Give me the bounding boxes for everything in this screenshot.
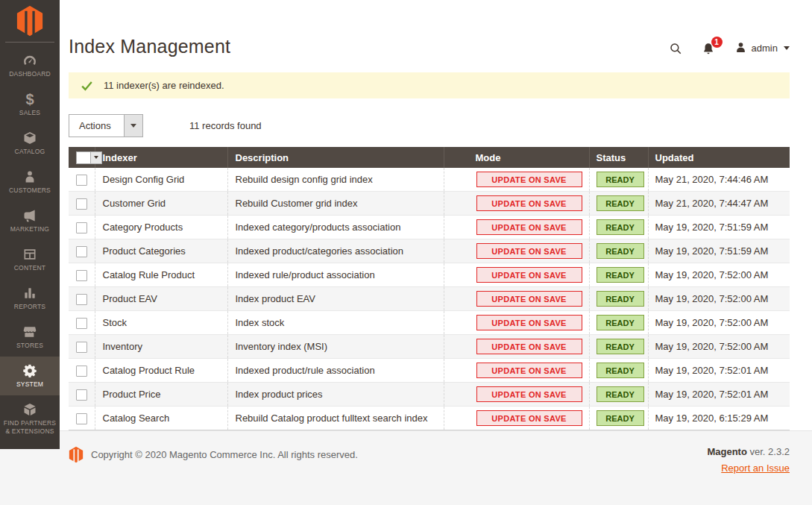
description-cell: Indexed category/products association <box>227 216 444 239</box>
sidebar-item-marketing[interactable]: MARKETING <box>0 201 60 240</box>
sidebar-item-stores[interactable]: STORES <box>0 318 60 357</box>
copyright-text: Copyright © 2020 Magento Commerce Inc. A… <box>91 449 358 460</box>
status-cell: READY <box>589 359 648 383</box>
updated-cell: May 21, 2020, 7:44:46 AM <box>648 168 790 192</box>
indexer-cell: Product Categories <box>95 239 227 263</box>
status-cell: READY <box>589 263 648 287</box>
search-icon[interactable] <box>669 42 682 55</box>
user-icon <box>734 41 747 56</box>
mode-cell: UPDATE ON SAVE <box>444 335 589 359</box>
customers-icon <box>1 169 58 185</box>
row-checkbox[interactable] <box>76 294 87 305</box>
indexer-cell: Inventory <box>95 335 227 359</box>
status-badge: READY <box>597 363 644 378</box>
sidebar-item-label: SALES <box>1 109 58 117</box>
table-row: Product EAVIndex product EAVUPDATE ON SA… <box>69 287 790 311</box>
stores-icon <box>1 324 58 340</box>
column-header-indexer[interactable]: Indexer <box>95 147 227 168</box>
magento-logo[interactable] <box>16 5 44 37</box>
mode-badge: UPDATE ON SAVE <box>476 219 582 235</box>
table-row: Catalog SearchRebuild Catalog product fu… <box>69 407 790 430</box>
description-cell: Index product EAV <box>227 287 444 311</box>
row-checkbox[interactable] <box>76 270 87 281</box>
updated-cell: May 19, 2020, 7:52:01 AM <box>648 383 790 407</box>
column-header-description[interactable]: Description <box>227 147 444 168</box>
column-header-updated[interactable]: Updated <box>648 147 790 168</box>
checkbox-cell <box>69 383 95 407</box>
sidebar-item-catalog[interactable]: CATALOG <box>0 124 60 163</box>
admin-user-menu[interactable]: admin <box>734 41 790 56</box>
marketing-icon <box>1 207 58 224</box>
sidebar-item-customers[interactable]: CUSTOMERS <box>0 163 60 201</box>
mode-badge: UPDATE ON SAVE <box>476 291 582 307</box>
status-cell: READY <box>589 287 648 311</box>
indexer-cell: Stock <box>95 311 227 335</box>
sidebar-item-sales[interactable]: $SALES <box>0 85 60 124</box>
footer-right: Magento ver. 2.3.2 Report an Issue <box>707 446 790 474</box>
table-row: Catalog Product RuleIndexed product/rule… <box>69 359 790 383</box>
checkbox-cell <box>69 216 95 239</box>
sidebar-item-label: REPORTS <box>1 303 58 311</box>
table-row: StockIndex stockUPDATE ON SAVEREADYMay 1… <box>69 311 790 335</box>
row-checkbox[interactable] <box>76 413 87 424</box>
row-checkbox[interactable] <box>76 222 87 233</box>
actions-dropdown-caret-icon[interactable] <box>124 115 142 137</box>
row-checkbox[interactable] <box>76 342 87 353</box>
sidebar-nav: DASHBOARD$SALESCATALOGCUSTOMERSMARKETING… <box>0 46 60 443</box>
table-header-row: Indexer Description Mode Status Updated <box>69 147 790 168</box>
mode-cell: UPDATE ON SAVE <box>444 383 589 407</box>
table-row: Category ProductsIndexed category/produc… <box>69 216 790 239</box>
updated-cell: May 19, 2020, 7:52:00 AM <box>648 335 790 359</box>
magento-logo-small <box>69 446 84 463</box>
report-issue-link[interactable]: Report an Issue <box>721 462 790 474</box>
actions-dropdown[interactable]: Actions <box>69 114 143 137</box>
notifications-bell-icon[interactable]: 1 <box>702 42 715 55</box>
table-row: Customer GridRebuild Customer grid index… <box>69 192 790 216</box>
column-header-status[interactable]: Status <box>589 147 648 168</box>
mode-cell: UPDATE ON SAVE <box>444 407 589 430</box>
mode-badge: UPDATE ON SAVE <box>476 195 582 211</box>
sales-icon: $ <box>1 91 58 107</box>
sidebar-item-label: STORES <box>1 342 58 350</box>
version-number: ver. 2.3.2 <box>747 446 790 457</box>
page-header: Index Management 1 admin <box>60 0 812 57</box>
select-all-dropdown[interactable] <box>76 151 102 164</box>
checkbox-cell <box>69 335 95 359</box>
mode-badge: UPDATE ON SAVE <box>476 243 582 259</box>
checkbox-cell <box>69 311 95 335</box>
check-icon <box>81 81 93 91</box>
sidebar-item-dashboard[interactable]: DASHBOARD <box>0 46 60 85</box>
row-checkbox[interactable] <box>76 246 87 257</box>
status-badge: READY <box>597 291 644 307</box>
sidebar-item-find-partners[interactable]: FIND PARTNERS & EXTENSIONS <box>0 395 60 442</box>
sidebar-item-system[interactable]: SYSTEM <box>0 357 60 395</box>
sidebar-item-label: MARKETING <box>1 225 58 233</box>
status-cell: READY <box>589 407 648 430</box>
footer: Copyright © 2020 Magento Commerce Inc. A… <box>0 430 812 505</box>
mode-badge: UPDATE ON SAVE <box>476 410 582 426</box>
mode-cell: UPDATE ON SAVE <box>444 263 589 287</box>
updated-cell: May 19, 2020, 6:15:29 AM <box>648 407 790 430</box>
column-header-mode[interactable]: Mode <box>444 147 589 168</box>
success-message: 11 indexer(s) are reindexed. <box>69 72 790 98</box>
mode-badge: UPDATE ON SAVE <box>476 267 582 283</box>
sidebar-item-label: FIND PARTNERS & EXTENSIONS <box>1 419 58 436</box>
sidebar-item-reports[interactable]: REPORTS <box>0 279 60 318</box>
notification-count-badge: 1 <box>711 37 723 48</box>
indexer-cell: Customer Grid <box>95 192 227 216</box>
mode-cell: UPDATE ON SAVE <box>444 168 589 192</box>
row-checkbox[interactable] <box>76 318 87 329</box>
description-cell: Indexed product/rule association <box>227 359 444 383</box>
indexer-cell: Catalog Product Rule <box>95 359 227 383</box>
select-all-checkbox[interactable] <box>76 151 90 164</box>
row-checkbox[interactable] <box>76 198 87 210</box>
row-checkbox[interactable] <box>76 389 87 401</box>
main-content: Index Management 1 admin 11 indexer(s) a… <box>60 0 812 430</box>
checkbox-cell <box>69 239 95 263</box>
row-checkbox[interactable] <box>76 366 87 377</box>
row-checkbox[interactable] <box>76 175 87 186</box>
sidebar-item-content[interactable]: CONTENT <box>0 240 60 279</box>
select-all-caret-icon[interactable] <box>90 151 102 164</box>
status-badge: READY <box>597 172 644 187</box>
status-cell: READY <box>589 383 648 407</box>
